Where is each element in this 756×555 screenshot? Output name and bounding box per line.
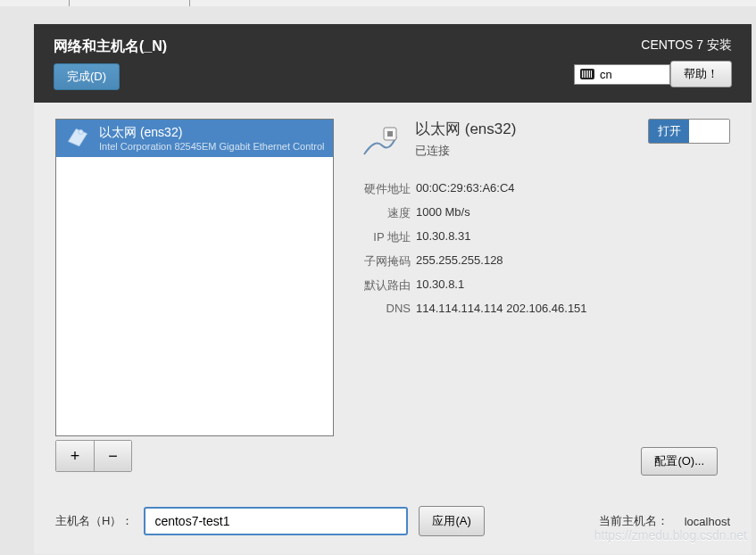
content-row: 以太网 (ens32) Intel Corporation 82545EM Gi… xyxy=(55,119,730,472)
network-toggle[interactable]: 打开 xyxy=(648,119,730,144)
info-val-mask: 255.255.255.128 xyxy=(416,253,730,269)
current-hostname-label: 当前主机名： xyxy=(599,513,669,529)
add-device-button[interactable]: + xyxy=(56,441,94,471)
detail-title-block: 以太网 (ens32) 已连接 xyxy=(415,119,516,159)
detail-header: 以太网 (ens32) 已连接 打开 xyxy=(359,119,730,165)
info-label-dns: DNS xyxy=(359,302,411,315)
current-hostname-group: 当前主机名： localhost xyxy=(599,513,730,529)
watermark: https://zmedu.blog.csdn.net xyxy=(594,528,747,543)
install-title: CENTOS 7 安装 xyxy=(574,37,732,54)
done-button[interactable]: 完成(D) xyxy=(54,63,120,90)
info-label-gw: 默认路由 xyxy=(359,278,411,294)
info-val-hw: 00:0C:29:63:A6:C4 xyxy=(416,181,730,197)
device-name: 以太网 (ens32) xyxy=(99,125,324,141)
info-val-dns: 114.114.114.114 202.106.46.151 xyxy=(416,302,730,315)
keyboard-icon xyxy=(580,69,594,79)
header-left: 网络和主机名(_N) 完成(D) xyxy=(54,37,167,90)
svg-point-0 xyxy=(79,129,83,134)
main-panel: 网络和主机名(_N) 完成(D) CENTOS 7 安装 cn 帮助！ xyxy=(34,24,752,554)
header-right: CENTOS 7 安装 cn 帮助！ xyxy=(574,37,732,87)
device-texts: 以太网 (ens32) Intel Corporation 82545EM Gi… xyxy=(99,125,324,152)
toggle-on-label: 打开 xyxy=(649,120,689,143)
top-strip xyxy=(0,0,756,6)
svg-rect-2 xyxy=(387,131,393,137)
content: 以太网 (ens32) Intel Corporation 82545EM Gi… xyxy=(34,103,752,554)
toggle-wrap: 打开 xyxy=(648,119,730,144)
top-cell-1 xyxy=(0,0,70,6)
page-title: 网络和主机名(_N) xyxy=(54,37,167,56)
hostname-input[interactable] xyxy=(144,507,408,535)
help-button[interactable]: 帮助！ xyxy=(670,61,732,87)
right-column: 以太网 (ens32) 已连接 打开 硬件地址 00:0C:29:63:A6:C… xyxy=(352,119,730,315)
remove-device-button[interactable]: − xyxy=(94,441,131,471)
left-column: 以太网 (ens32) Intel Corporation 82545EM Gi… xyxy=(55,119,334,472)
info-val-ip: 10.30.8.31 xyxy=(416,229,730,245)
current-hostname-value: localhost xyxy=(685,515,730,528)
info-label-hw: 硬件地址 xyxy=(359,181,411,197)
hostname-label: 主机名（H）： xyxy=(55,513,133,529)
detail-status: 已连接 xyxy=(415,143,516,159)
device-desc: Intel Corporation 82545EM Gigabit Ethern… xyxy=(99,141,324,152)
info-val-gw: 10.30.8.1 xyxy=(416,278,730,294)
top-cell-2 xyxy=(70,0,190,6)
info-label-mask: 子网掩码 xyxy=(359,253,411,269)
detail-title: 以太网 (ens32) xyxy=(415,119,516,139)
info-label-ip: IP 地址 xyxy=(359,229,411,245)
apply-button[interactable]: 应用(A) xyxy=(419,506,484,536)
add-remove-group: + − xyxy=(55,440,132,472)
toggle-off-side xyxy=(689,120,729,143)
info-val-speed: 1000 Mb/s xyxy=(416,205,730,221)
device-item[interactable]: 以太网 (ens32) Intel Corporation 82545EM Gi… xyxy=(56,120,333,157)
header: 网络和主机名(_N) 完成(D) CENTOS 7 安装 cn 帮助！ xyxy=(34,24,752,103)
keyboard-layout-text: cn xyxy=(600,68,612,81)
info-label-speed: 速度 xyxy=(359,205,411,221)
configure-button[interactable]: 配置(O)... xyxy=(641,447,718,476)
ethernet-icon xyxy=(65,126,90,151)
keyboard-indicator[interactable]: cn xyxy=(574,64,670,85)
info-grid: 硬件地址 00:0C:29:63:A6:C4 速度 1000 Mb/s IP 地… xyxy=(359,181,730,315)
ethernet-detail-icon xyxy=(359,122,402,165)
device-list[interactable]: 以太网 (ens32) Intel Corporation 82545EM Gi… xyxy=(55,119,334,436)
kb-help-group: cn 帮助！ xyxy=(574,61,732,87)
